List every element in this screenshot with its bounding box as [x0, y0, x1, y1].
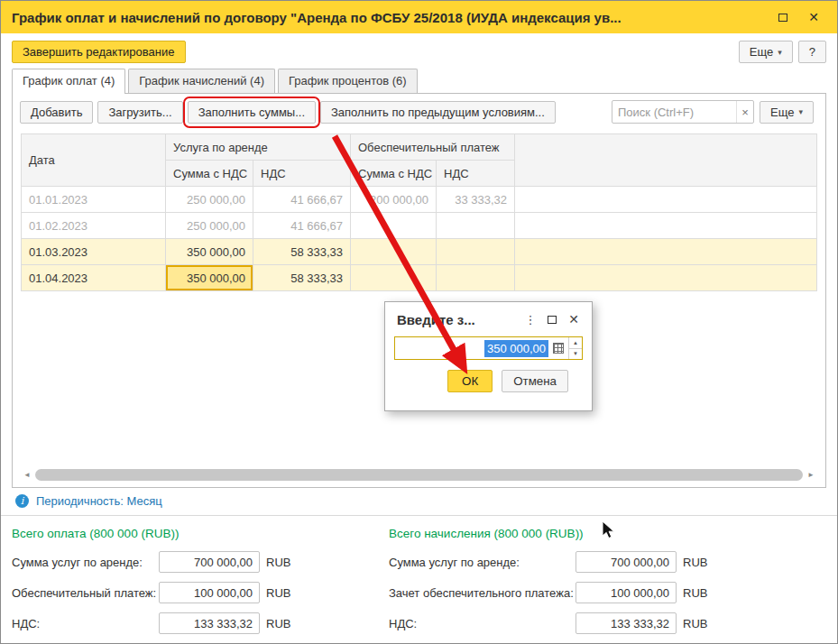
cell-deposit-vat[interactable]: [437, 265, 515, 291]
load-button[interactable]: Загрузить...: [97, 101, 182, 124]
col-header-sum-vat-2[interactable]: Сумма с НДС: [351, 161, 437, 187]
total-field-row: НДС: 133 333,32 RUB: [12, 612, 389, 634]
app-window: { "window": { "title": "График оплат и н…: [0, 0, 838, 644]
close-icon[interactable]: ✕: [801, 5, 826, 29]
cell-deposit-sum[interactable]: [351, 265, 437, 291]
maximize-square: [548, 316, 557, 324]
restore-icon[interactable]: [770, 5, 796, 29]
table-row[interactable]: 01.02.2023 250 000,00 41 666,67: [22, 213, 817, 239]
tab-accrual-schedule[interactable]: График начислений (4): [128, 69, 275, 93]
info-icon: i: [15, 494, 29, 508]
rent-service-sum-field[interactable]: 700 000,00: [576, 551, 677, 573]
vat-field[interactable]: 133 333,32: [576, 612, 677, 634]
cell-date[interactable]: 01.04.2023: [22, 265, 166, 291]
restore-square: [778, 14, 787, 22]
search-clear-icon[interactable]: ×: [736, 101, 753, 123]
cell-deposit-vat[interactable]: [437, 239, 515, 265]
table-row[interactable]: 01.03.2023 350 000,00 58 333,33: [22, 239, 817, 265]
add-button[interactable]: Добавить: [20, 101, 93, 124]
horizontal-scrollbar[interactable]: ◄ ►: [21, 468, 817, 482]
search-input[interactable]: [612, 106, 736, 119]
cell-deposit-sum[interactable]: [351, 213, 437, 239]
dialog-title: Введите з...: [397, 312, 520, 327]
cell-service-sum[interactable]: 250 000,00: [166, 213, 253, 239]
cancel-button[interactable]: Отмена: [502, 370, 568, 392]
cell-filler: [515, 239, 817, 265]
currency-label: RUB: [266, 586, 290, 600]
command-bar: Завершить редактирование Еще ▾ ?: [1, 33, 837, 69]
chevron-down-icon: ▾: [798, 107, 803, 116]
field-label: Сумма услуг по аренде:: [12, 556, 159, 569]
col-header-sum-vat-1[interactable]: Сумма с НДС: [166, 161, 253, 187]
cell-service-sum[interactable]: 350 000,00: [166, 239, 253, 265]
cell-deposit-sum[interactable]: 200 000,00: [351, 187, 437, 213]
payment-schedule-panel: Добавить Загрузить... Заполнить суммы...…: [12, 93, 826, 488]
col-header-security-deposit[interactable]: Обеспечительный платеж: [351, 134, 515, 161]
value-input[interactable]: 350 000,00 ▲ ▼: [394, 336, 583, 360]
rent-service-sum-field[interactable]: 700 000,00: [159, 551, 260, 573]
currency-label: RUB: [683, 586, 707, 600]
total-field-row: Сумма услуг по аренде: 700 000,00 RUB: [389, 551, 826, 573]
calculator-icon[interactable]: [553, 343, 564, 354]
total-field-row: Зачет обеспечительного платежа: 100 000,…: [389, 582, 826, 603]
currency-label: RUB: [683, 617, 707, 630]
dialog-buttons: ОК Отмена: [394, 360, 583, 403]
field-label: Зачет обеспечительного платежа:: [389, 586, 576, 600]
col-header-vat-1[interactable]: НДС: [253, 161, 351, 187]
dialog-maximize-icon[interactable]: [541, 310, 563, 328]
dialog-titlebar: Введите з... ⋮ ✕: [385, 302, 592, 335]
col-header-rent-service[interactable]: Услуга по аренде: [166, 134, 351, 161]
cell-deposit-vat[interactable]: 33 333,32: [437, 187, 515, 213]
col-header-vat-2[interactable]: НДС: [437, 161, 515, 187]
value-input-selected-text: 350 000,00: [484, 340, 548, 357]
table-row[interactable]: 01.04.2023 350 000,00 58 333,33: [22, 265, 817, 291]
currency-label: RUB: [266, 617, 290, 630]
cell-service-vat[interactable]: 41 666,67: [253, 187, 351, 213]
cell-deposit-sum[interactable]: [351, 239, 437, 265]
security-deposit-field[interactable]: 100 000,00: [159, 582, 260, 603]
cell-deposit-vat[interactable]: [437, 213, 515, 239]
totals-accrual-title: Всего начисления (800 000 (RUB)): [389, 527, 826, 540]
cell-date[interactable]: 01.03.2023: [22, 239, 166, 265]
window-title: График оплат и начислений по договору "А…: [12, 10, 765, 25]
vat-field[interactable]: 133 333,32: [159, 612, 260, 634]
scroll-left-icon[interactable]: ◄: [21, 471, 33, 479]
deposit-offset-field[interactable]: 100 000,00: [576, 582, 677, 603]
schedule-table: Дата Услуга по аренде Обеспечительный пл…: [21, 133, 817, 291]
cell-filler: [515, 187, 817, 213]
more-button-toolbar[interactable]: Еще ▾: [760, 101, 814, 124]
tab-payment-schedule[interactable]: График оплат (4): [12, 69, 125, 94]
cell-service-vat[interactable]: 41 666,67: [253, 213, 351, 239]
scrollbar-thumb[interactable]: [35, 469, 803, 481]
col-header-date[interactable]: Дата: [22, 134, 166, 187]
dialog-menu-icon[interactable]: ⋮: [520, 310, 541, 328]
total-field-row: НДС: 133 333,32 RUB: [389, 612, 826, 634]
table-header: Дата Услуга по аренде Обеспечительный пл…: [22, 134, 817, 187]
cell-service-sum[interactable]: 250 000,00: [166, 187, 253, 213]
tab-bar: График оплат (4) График начислений (4) Г…: [1, 69, 837, 93]
ok-button[interactable]: ОК: [447, 370, 493, 392]
spinner-up-icon[interactable]: ▲: [569, 337, 582, 349]
help-button[interactable]: ?: [798, 41, 826, 63]
window-titlebar: График оплат и начислений по договору "А…: [1, 1, 837, 33]
finish-editing-button[interactable]: Завершить редактирование: [12, 41, 186, 63]
totals-payment: Всего оплата (800 000 (RUB)) Сумма услуг…: [12, 527, 389, 643]
number-spinner[interactable]: ▲ ▼: [568, 337, 582, 359]
tab-interest-schedule[interactable]: График процентов (6): [278, 69, 418, 93]
cell-service-vat[interactable]: 58 333,33: [253, 265, 351, 291]
cell-service-sum-selected[interactable]: 350 000,00: [166, 265, 253, 291]
fill-sums-button[interactable]: Заполнить суммы...: [188, 101, 316, 124]
scroll-right-icon[interactable]: ►: [805, 471, 817, 479]
more-button-top[interactable]: Еще ▾: [739, 41, 793, 63]
spinner-down-icon[interactable]: ▼: [569, 349, 582, 360]
periodicity-link[interactable]: Периодичность: Месяц: [36, 494, 162, 508]
periodicity-row: i Периодичность: Месяц: [1, 488, 837, 513]
table-row[interactable]: 01.01.2023 250 000,00 41 666,67 200 000,…: [22, 187, 817, 213]
dialog-close-icon[interactable]: ✕: [563, 310, 585, 328]
total-field-row: Сумма услуг по аренде: 700 000,00 RUB: [12, 551, 389, 573]
cell-date[interactable]: 01.01.2023: [22, 187, 166, 213]
fill-previous-conditions-button[interactable]: Заполнить по предыдущим условиям...: [320, 101, 556, 124]
cell-service-vat[interactable]: 58 333,33: [253, 239, 351, 265]
field-label: Сумма услуг по аренде:: [389, 556, 576, 569]
cell-date[interactable]: 01.02.2023: [22, 213, 166, 239]
